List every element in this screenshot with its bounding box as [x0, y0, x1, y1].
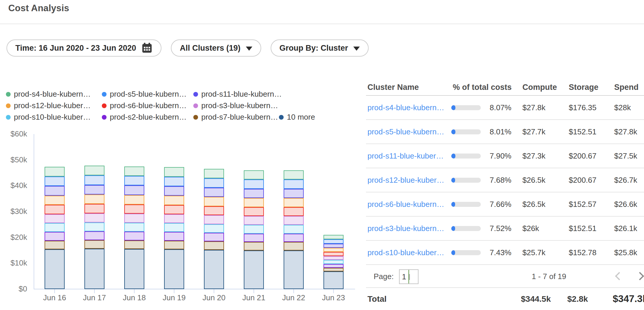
bar-segment[interactable] — [45, 186, 65, 195]
bar-segment[interactable] — [45, 177, 65, 186]
bar-segment[interactable] — [284, 207, 304, 216]
bar-segment[interactable] — [164, 232, 184, 241]
bar-segment[interactable] — [45, 196, 65, 205]
bar-segment[interactable] — [164, 241, 184, 249]
bar-segment[interactable] — [84, 213, 104, 222]
bar-segment[interactable] — [244, 216, 264, 225]
cluster-name-link[interactable]: prod-s10-blue-kuber… — [366, 248, 451, 257]
bar-segment[interactable] — [84, 194, 104, 204]
legend-item[interactable]: prod-s6-blue-kubern… — [102, 101, 193, 110]
bar-segment[interactable] — [323, 239, 344, 244]
bar-segment[interactable] — [284, 250, 304, 289]
bar-segment[interactable] — [164, 167, 184, 177]
bar-segment[interactable] — [84, 249, 104, 289]
bar-segment[interactable] — [124, 205, 144, 214]
bar-segment[interactable] — [84, 240, 104, 249]
bar-segment[interactable] — [244, 250, 264, 289]
bar-segment[interactable] — [45, 205, 65, 214]
bar-segment[interactable] — [323, 248, 344, 252]
bar-segment[interactable] — [164, 205, 184, 214]
legend-item[interactable]: prod-s2-blue-kubern… — [102, 113, 193, 122]
bar-segment[interactable] — [284, 234, 304, 242]
cluster-name-link[interactable]: prod-s12-blue-kuber… — [366, 176, 451, 185]
bar-segment[interactable] — [124, 214, 144, 223]
bar-segment[interactable] — [323, 252, 344, 256]
bar-segment[interactable] — [204, 178, 224, 188]
legend-item[interactable]: prod-s3-blue-kubern… — [193, 101, 279, 110]
bar-segment[interactable] — [164, 177, 184, 186]
legend-item[interactable]: 10 more — [279, 113, 315, 122]
bar-segment[interactable] — [244, 189, 264, 198]
bar-segment[interactable] — [284, 198, 304, 207]
legend-item[interactable]: prod-s12-blue-kuber… — [6, 101, 102, 110]
bar-segment[interactable] — [124, 240, 144, 249]
bar-segment[interactable] — [284, 179, 304, 189]
bar-segment[interactable] — [45, 249, 65, 289]
bar-segment[interactable] — [244, 207, 264, 216]
bar-segment[interactable] — [244, 225, 264, 233]
cluster-name-link[interactable]: prod-s6-blue-kubern… — [366, 200, 451, 209]
bar-segment[interactable] — [323, 256, 344, 260]
cluster-name-link[interactable]: prod-s11-blue-kuber… — [366, 151, 451, 161]
bar-segment[interactable] — [323, 268, 344, 272]
bar-segment[interactable] — [244, 170, 264, 180]
bar-segment[interactable] — [284, 170, 304, 180]
legend-item[interactable]: prod-s10-blue-kuber… — [6, 113, 102, 122]
bar-segment[interactable] — [164, 249, 184, 289]
bar-segment[interactable] — [45, 241, 65, 249]
bar-segment[interactable] — [204, 241, 224, 250]
bar-segment[interactable] — [84, 204, 104, 213]
bar-segment[interactable] — [164, 196, 184, 205]
legend-item[interactable]: prod-s5-blue-kubern… — [102, 90, 193, 99]
bar-segment[interactable] — [284, 189, 304, 198]
bar-segment[interactable] — [124, 249, 144, 289]
bar-segment[interactable] — [204, 197, 224, 206]
bar-segment[interactable] — [244, 234, 264, 242]
legend-item[interactable]: prod-s7-blue-kubern… — [193, 113, 279, 122]
cluster-name-link[interactable]: prod-s3-blue-kubern… — [366, 224, 451, 233]
bar-segment[interactable] — [164, 214, 184, 223]
legend-item[interactable]: prod-s4-blue-kubern… — [6, 90, 102, 99]
bar-segment[interactable] — [84, 185, 104, 194]
bar-segment[interactable] — [204, 169, 224, 178]
bar-segment[interactable] — [84, 222, 104, 231]
bar-segment[interactable] — [124, 195, 144, 205]
bar-segment[interactable] — [204, 250, 224, 289]
bar-segment[interactable] — [204, 224, 224, 233]
bar-segment[interactable] — [45, 232, 65, 241]
bar-segment[interactable] — [124, 166, 144, 176]
bar-segment[interactable] — [84, 175, 104, 185]
bar-segment[interactable] — [323, 244, 344, 248]
bar-segment[interactable] — [45, 223, 65, 232]
bar-segment[interactable] — [204, 188, 224, 197]
bar-segment[interactable] — [45, 167, 65, 176]
chevron-right-icon[interactable] — [636, 272, 644, 280]
bar-segment[interactable] — [284, 225, 304, 233]
bar-segment[interactable] — [323, 235, 344, 239]
bar-segment[interactable] — [124, 185, 144, 195]
bar-segment[interactable] — [323, 264, 344, 268]
bar-segment[interactable] — [244, 242, 264, 250]
bar-segment[interactable] — [284, 242, 304, 250]
cluster-name-link[interactable]: prod-s4-blue-kubern… — [366, 103, 451, 112]
legend-item[interactable]: prod-s11-blue-kubern… — [193, 90, 279, 99]
bar-segment[interactable] — [323, 271, 344, 289]
bar-segment[interactable] — [204, 233, 224, 241]
bar-segment[interactable] — [124, 232, 144, 240]
bar-segment[interactable] — [124, 176, 144, 185]
bar-segment[interactable] — [84, 166, 104, 175]
bar-segment[interactable] — [204, 215, 224, 224]
page-select[interactable]: 1 — [399, 269, 419, 284]
bar-segment[interactable] — [124, 223, 144, 232]
bar-segment[interactable] — [164, 186, 184, 196]
bar-segment[interactable] — [323, 260, 344, 264]
bar-segment[interactable] — [204, 206, 224, 215]
bar-segment[interactable] — [244, 179, 264, 189]
bar-segment[interactable] — [284, 216, 304, 225]
bar-segment[interactable] — [84, 231, 104, 240]
chevron-left-icon[interactable] — [615, 272, 623, 280]
bar-segment[interactable] — [244, 198, 264, 207]
bar-segment[interactable] — [45, 214, 65, 223]
cluster-name-link[interactable]: prod-s5-blue-kubern… — [366, 127, 451, 136]
bar-segment[interactable] — [164, 223, 184, 232]
